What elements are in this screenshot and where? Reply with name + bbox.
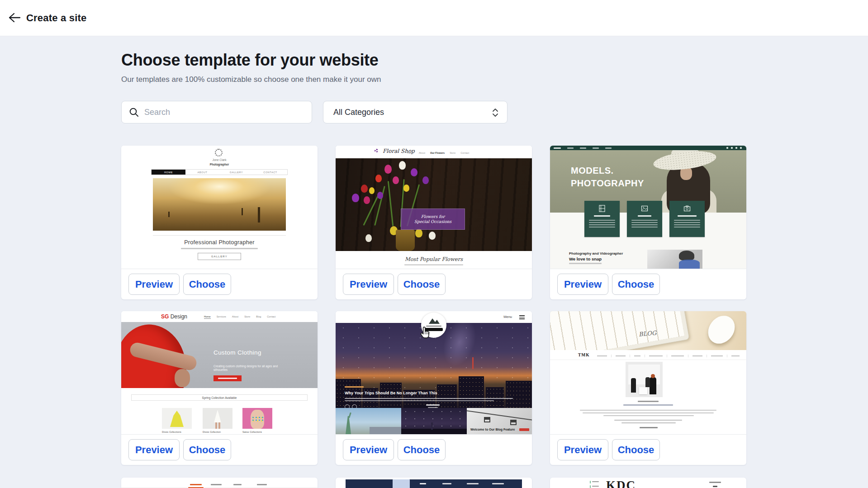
arrow-left-icon bbox=[8, 13, 21, 24]
product-caption: Dress Collection bbox=[203, 431, 221, 433]
template-card-photographer: Jone Clark Photographer HOMEABOUT GALLER… bbox=[121, 146, 318, 299]
template-card-partial-2 bbox=[336, 478, 532, 488]
mountain-icon bbox=[427, 317, 441, 325]
template-thumbnail-floral: Floral Shop HomeAbout Our FlowersStore C… bbox=[336, 146, 532, 269]
hero-title: Custom Clothing bbox=[213, 349, 261, 356]
category-selected-value: All Categories bbox=[333, 101, 384, 123]
menu-label: Menu bbox=[503, 315, 512, 319]
photo-night-sky bbox=[401, 408, 467, 434]
template-thumbnail-tmk-blog: BLOG TMK bbox=[550, 311, 746, 434]
page-title: Create a site bbox=[26, 0, 86, 36]
preview-button[interactable]: Preview bbox=[343, 439, 394, 460]
section-heading: Choose template for your website bbox=[121, 51, 379, 70]
choose-button[interactable]: Choose bbox=[398, 274, 446, 295]
template-card-sg-design: SG Design HomeServices AboutStore BlogCo… bbox=[121, 311, 318, 465]
choose-button[interactable]: Choose bbox=[183, 274, 231, 295]
search-box bbox=[121, 101, 312, 123]
preview-button[interactable]: Preview bbox=[557, 274, 608, 295]
template-thumbnail-travel-blog: Menu Why Your Trips Should Be bbox=[336, 311, 532, 434]
choose-button[interactable]: Choose bbox=[612, 439, 660, 460]
camera-icon bbox=[683, 205, 691, 212]
template-nav: HomeAbout Our FlowersStore Contact bbox=[407, 152, 469, 154]
template-nav: TMK bbox=[550, 350, 746, 360]
image-icon bbox=[641, 205, 648, 212]
search-input[interactable] bbox=[144, 102, 307, 123]
product-photo-bikini bbox=[242, 408, 272, 429]
back-button[interactable] bbox=[5, 12, 24, 25]
hero-photo-red-dress: Custom Clothing Creating custom clothing… bbox=[121, 322, 318, 388]
section-title: Photography and Videographer bbox=[569, 251, 623, 256]
template-card-tmk-blog: BLOG TMK Preview Choose bbox=[550, 311, 746, 465]
section-subtitle: Our templates are 100% customizable so c… bbox=[121, 75, 381, 84]
template-nav: HomeServices AboutStore BlogContact bbox=[204, 315, 275, 319]
film-icon bbox=[598, 205, 606, 212]
feature-card-photos bbox=[627, 201, 662, 237]
template-card-floral: Floral Shop HomeAbout Our FlowersStore C… bbox=[336, 146, 532, 299]
top-bar: Create a site bbox=[0, 0, 868, 36]
category-select[interactable]: All Categories bbox=[323, 101, 508, 123]
template-logo-name: Jone Clark bbox=[121, 158, 318, 161]
photo-statue-of-liberty bbox=[336, 408, 401, 434]
preview-button[interactable]: Preview bbox=[128, 439, 180, 460]
template-thumbnail-sg-design: SG Design HomeServices AboutStore BlogCo… bbox=[121, 311, 318, 434]
blog-photo-strip: Welcome to Our Blog Feature bbox=[336, 408, 532, 434]
keyboard-graphic bbox=[550, 311, 690, 350]
hero-photo-tulips: Flowers for Special Occasions bbox=[336, 158, 532, 251]
template-logo-icon bbox=[215, 149, 223, 156]
template-tab-bar bbox=[121, 481, 318, 488]
preview-button[interactable]: Preview bbox=[343, 274, 394, 295]
article-photo bbox=[626, 362, 663, 397]
template-logo-role: Photographer bbox=[121, 163, 318, 166]
product-photo-white-skirt bbox=[203, 408, 232, 429]
template-headline: Professional Photographer bbox=[121, 239, 318, 246]
template-thumbnail-models: MODELS. PHOTOGRAPHY bbox=[550, 146, 746, 269]
template-nav-dark bbox=[346, 479, 522, 488]
search-icon bbox=[129, 107, 139, 118]
portrait-photo bbox=[647, 250, 702, 269]
template-card-models: MODELS. PHOTOGRAPHY bbox=[550, 146, 746, 299]
template-logo-name: KDC bbox=[606, 479, 636, 488]
photo-ski-lift: Welcome to Our Blog Feature bbox=[467, 408, 532, 434]
collection-banner: Spring Collection Available bbox=[131, 394, 308, 401]
hero-photo-keyboard: BLOG bbox=[550, 311, 746, 350]
hero-overlay: Flowers for Special Occasions bbox=[401, 208, 465, 230]
hero-cta-button bbox=[213, 375, 242, 381]
mouse-graphic bbox=[702, 311, 740, 349]
choose-button[interactable]: Choose bbox=[398, 439, 446, 460]
hero-photo-field bbox=[153, 178, 286, 231]
card-footer: Preview Choose bbox=[121, 269, 318, 299]
template-nav: HOMEABOUT GALLERYCONTACT bbox=[151, 169, 288, 175]
template-logo-name: SG Design bbox=[161, 313, 187, 320]
template-card-partial-3: KDC bbox=[550, 478, 746, 488]
choose-button[interactable]: Choose bbox=[183, 439, 231, 460]
template-thumbnail-photographer: Jone Clark Photographer HOMEABOUT GALLER… bbox=[121, 146, 318, 269]
section-title: Most Popular Flowers bbox=[336, 256, 532, 262]
product-caption: Saree Collections bbox=[242, 431, 262, 433]
blog-caption: Welcome to Our Blog Feature bbox=[470, 428, 515, 431]
product-caption: Dress Collections bbox=[162, 431, 181, 433]
preview-button[interactable]: Preview bbox=[128, 274, 180, 295]
feature-card-videography bbox=[584, 201, 620, 237]
product-photo-yellow-dress bbox=[162, 408, 192, 429]
choose-button[interactable]: Choose bbox=[612, 274, 660, 295]
hero-headline: Why Your Trips Should Be No Longer Than … bbox=[345, 391, 437, 395]
template-card-partial-1 bbox=[121, 478, 318, 488]
template-nav bbox=[550, 146, 746, 150]
gallery-button: GALLERY bbox=[198, 253, 241, 260]
flower-logo-icon bbox=[375, 149, 378, 152]
template-logo-name: TMK bbox=[578, 353, 590, 357]
feature-card-photography bbox=[669, 201, 705, 237]
section-subtitle: We love to snap bbox=[569, 256, 602, 261]
stepper-chevrons-icon bbox=[492, 108, 499, 118]
hand-cursor-icon bbox=[420, 326, 432, 341]
preview-button[interactable]: Preview bbox=[557, 439, 608, 460]
hero-text: Creating custom clothing designs for all… bbox=[213, 365, 284, 372]
template-card-travel-blog: Menu Why Your Trips Should Be bbox=[336, 311, 532, 465]
